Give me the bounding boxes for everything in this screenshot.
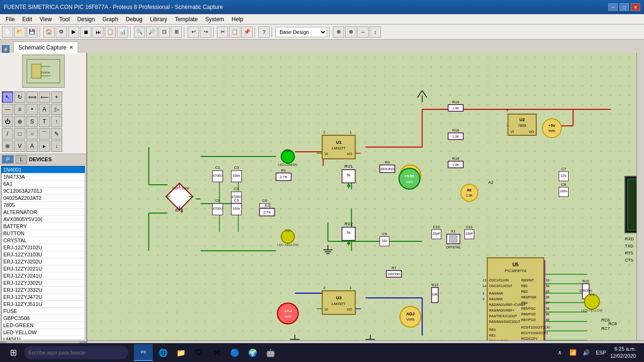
mail-icon[interactable]: ✉ [209,344,224,361]
comp-gbpc[interactable]: GBPC3508 [1,315,85,322]
maximize-button[interactable]: □ [619,3,629,11]
tb-board[interactable]: 📋 [105,26,116,38]
text-tool[interactable]: T [39,116,50,127]
junction-tool[interactable]: • [26,104,38,115]
network-icon[interactable]: 📶 [568,347,579,358]
script-tool[interactable]: S [26,116,38,127]
tb-redo[interactable]: ↪ [200,26,211,38]
comp-crystal[interactable]: CRYSTAL [1,237,85,244]
comp-erj103[interactable]: ERJ-12ZYJ103U [1,251,85,258]
tb-undo[interactable]: ↩ [188,26,199,38]
store-icon[interactable]: 🛡 [191,344,206,361]
mirror-v-tool[interactable]: ⟵ [39,91,50,103]
comp-1N4001[interactable]: 1N4001 [1,166,85,173]
schematic-area[interactable]: BR1 GBPC3508 4700U C1 4700U C2 [87,53,644,348]
tb-snap[interactable]: ⊞ [171,26,182,38]
robot-icon[interactable]: 🤖 [263,344,278,361]
comp-7805[interactable]: 7805 [1,202,85,209]
comp-led-yellow[interactable]: LED-YELLOW [1,329,85,336]
tb-run[interactable]: ▶ [68,26,79,38]
comp-erj511[interactable]: ERJ-12ZYJ511U [1,301,85,308]
tb-stop[interactable]: ⏹ [80,26,91,38]
comp-erj332[interactable]: ERJ-12ZYJ332U [1,287,85,294]
app6-icon[interactable]: 🔵 [227,344,242,361]
comp-04025A[interactable]: 04025A220JAT2 [1,195,85,202]
menu-debug[interactable]: Debug [122,15,146,24]
tab-icon[interactable]: ⚡ [2,45,9,53]
tb-more3[interactable]: ↔ [357,26,369,38]
curr-probe[interactable]: A [26,140,38,152]
panel-tab-p[interactable]: P [2,155,14,164]
menu-edit[interactable]: Edit [18,15,36,24]
design-select[interactable]: Base Design [275,27,327,37]
comp-erj102[interactable]: ERJ-12ZYJ102U [1,244,85,251]
menu-file[interactable]: File [2,15,18,24]
power-tool[interactable]: ⏻ [2,116,13,127]
comp-battery[interactable]: BATTERY [1,223,85,230]
bus-tool[interactable]: ≡ [14,104,25,115]
close-button[interactable]: ✕ [631,3,640,11]
comp-erj202[interactable]: ERJ-12ZYJ202U [1,258,85,265]
volume-icon[interactable]: 🔊 [581,347,592,358]
comp-erj472[interactable]: ERJ-12ZYJ472U [1,294,85,301]
new-button[interactable]: 📄 [2,26,13,38]
comp-erj241[interactable]: ERJ-12ZYJ241U [1,272,85,280]
marker-tool[interactable]: ▸ [39,140,50,152]
tb-zoom-out[interactable]: 🔎 [146,26,157,38]
comp-avx[interactable]: AVX0805Y5V10( [1,216,85,223]
comp-led-green[interactable]: LED-GREEN [1,322,85,329]
tb-more1[interactable]: ⊕ [333,26,344,38]
tb-more2[interactable]: ⊗ [345,26,356,38]
menu-tool[interactable]: Tool [56,15,74,24]
rect-tool[interactable]: □ [14,128,25,140]
comp-alternator[interactable]: ALTERNATOR [1,209,85,216]
select-tool[interactable]: ↖ [2,91,13,103]
menu-template[interactable]: Template [171,15,202,24]
tb-home[interactable]: 🏠 [43,26,55,38]
tb-more4[interactable]: ↕ [370,26,381,38]
start-button[interactable]: ⊞ [4,344,23,361]
tray-chevron[interactable]: ∧ [554,347,566,358]
tb-paste[interactable]: 📌 [241,26,253,38]
menu-library[interactable]: Library [146,15,171,24]
show-desktop[interactable] [638,344,640,361]
up-arrow-tool[interactable]: ↑ [51,116,62,127]
line-tool[interactable]: / [2,128,13,140]
comp-lm041l[interactable]: LM041L [1,336,85,340]
menu-system[interactable]: System [201,15,228,24]
tb-config[interactable]: ⚙ [56,26,67,38]
label-tool[interactable]: A [39,104,50,115]
origin-tool[interactable]: + [51,91,62,103]
save-button[interactable]: 💾 [26,26,38,38]
circle-tool[interactable]: ○ [26,128,38,140]
component-list[interactable]: 1N4001 1N4733A 6A1 9C12063A2701J 04025A2… [1,166,85,340]
tb-fit[interactable]: ⊡ [158,26,170,38]
menu-graph[interactable]: Graph [99,15,122,24]
chrome-icon[interactable]: 🌍 [245,344,260,361]
vertical-scrollbar[interactable] [636,53,644,348]
tb-help[interactable]: ? [258,26,270,38]
minimize-button[interactable]: ─ [608,3,618,11]
comp-erj221[interactable]: ERJ-12ZYJ221U [1,265,85,272]
down-arrow-tool[interactable]: ↓ [51,140,62,152]
path-tool[interactable]: ✎ [51,128,62,140]
comp-fuse[interactable]: FUSE [1,308,85,315]
tb-zoom-in[interactable]: 🔍 [134,26,145,38]
panel-tab-l[interactable]: L [16,155,27,164]
tb-graph[interactable]: 📊 [117,26,128,38]
tab-close-button[interactable]: ✕ [69,45,73,50]
menu-design[interactable]: Design [74,15,99,24]
menu-view[interactable]: View [36,15,56,24]
rotate-tool[interactable]: ↻ [14,91,25,103]
comp-6A1[interactable]: 6A1 [1,181,85,188]
mirror-h-tool[interactable]: ⟺ [26,91,38,103]
comp-1N4733A[interactable]: 1N4733A [1,173,85,181]
volt-probe[interactable]: V [14,140,25,152]
taskbar-search[interactable] [25,346,128,359]
tb-step[interactable]: ⏭ [92,26,104,38]
edge-icon[interactable]: 🌐 [156,344,171,361]
port-tool[interactable]: ▷ [51,104,62,115]
open-button[interactable]: 📂 [14,26,25,38]
wire-tool[interactable]: — [2,104,13,115]
comp-erj302[interactable]: ERJ-12ZYJ302U [1,280,85,287]
